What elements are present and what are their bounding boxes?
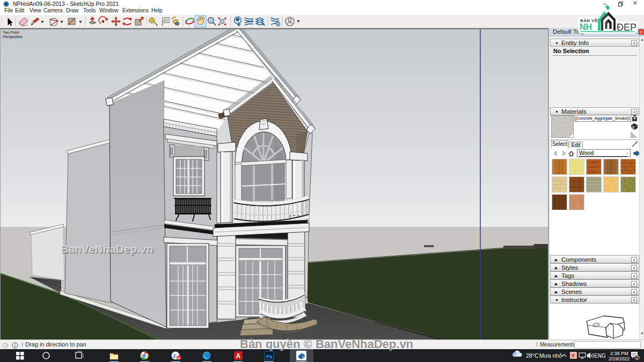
svg-text:2: 2 — [636, 355, 638, 360]
svg-text:5+: 5+ — [178, 357, 181, 360]
svg-text:V: V — [572, 352, 575, 358]
svg-text:NH: NH — [580, 23, 592, 32]
svg-text:A1: A1 — [164, 18, 169, 22]
svg-text:Ps: Ps — [266, 353, 273, 359]
svg-text:ENG: ENG — [594, 353, 606, 359]
svg-text:2:38 PM: 2:38 PM — [610, 351, 628, 356]
svg-text:2/19/2022: 2/19/2022 — [609, 356, 630, 361]
svg-text:A: A — [236, 352, 241, 360]
svg-text:Mưa nhỏ: Mưa nhỏ — [539, 352, 562, 359]
svg-text:28°C: 28°C — [526, 352, 539, 359]
svg-text:Z: Z — [173, 353, 176, 359]
